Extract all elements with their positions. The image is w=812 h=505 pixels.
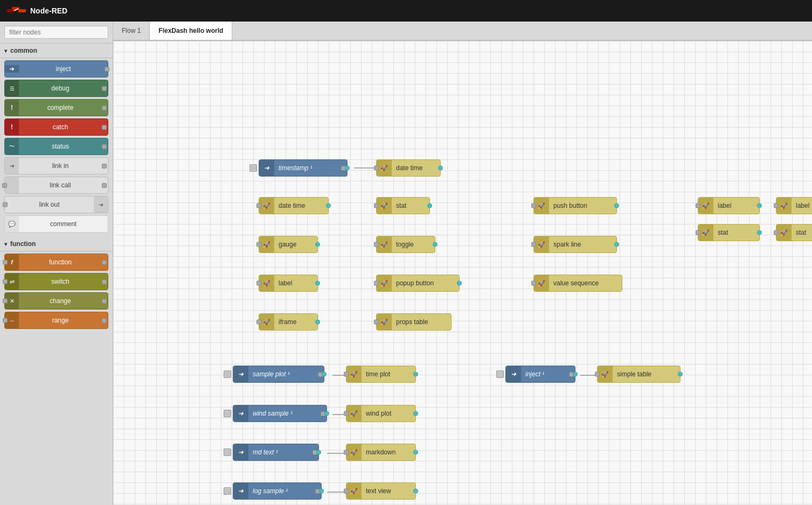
node-popup-button[interactable]: 🚀 popup button: [376, 275, 460, 292]
sidebar-debug-label: debug: [19, 85, 102, 92]
node-props-table[interactable]: 🚀 props table: [376, 313, 452, 331]
node-spark-line-label: spark line: [549, 241, 616, 248]
svg-rect-2: [18, 9, 26, 12]
canvas-connections: [113, 41, 812, 505]
titlebar: Node-RED: [0, 0, 812, 22]
node-time-plot-label: time plot: [362, 370, 415, 378]
node-label2-label: label: [792, 202, 812, 209]
node-stat3-label: stat: [792, 229, 812, 236]
sidebar-item-status[interactable]: 〜 status: [4, 138, 108, 155]
sidebar-function-label: function: [19, 258, 102, 266]
node-stat2-label: stat: [713, 229, 759, 236]
canvas[interactable]: ➜ timestamp ¹ 🚀 date time 🚀 date: [113, 41, 812, 505]
sidebar-item-comment[interactable]: 💬 comment: [4, 215, 108, 233]
node-gauge[interactable]: 🚀 gauge: [259, 236, 318, 253]
sidebar-complete-label: complete: [19, 104, 102, 111]
node-md-text-label: md text ¹: [248, 448, 313, 456]
category-common[interactable]: ▾ common: [0, 44, 113, 58]
sidebar: ▾ common ➜ inject ☰ de: [0, 22, 113, 505]
node-text-view-label: text view: [362, 487, 415, 495]
node-push-button[interactable]: 🚀 push button: [533, 197, 617, 214]
node-wind-plot-label: wind plot: [362, 410, 415, 417]
sidebar-item-function[interactable]: f function: [4, 254, 108, 271]
chevron-function-icon: ▾: [4, 241, 7, 247]
node-markdown-label: markdown: [362, 448, 415, 456]
nodered-logo-icon: [6, 5, 26, 17]
sidebar-linkout-label: link out: [5, 201, 94, 208]
sidebar-item-range[interactable]: ↔ range: [4, 312, 108, 329]
search-area: [0, 22, 113, 44]
node-spark-line[interactable]: 🚀 spark line: [533, 236, 617, 253]
node-date-time-label: date time: [274, 202, 328, 209]
sidebar-item-complete[interactable]: ! complete: [4, 99, 108, 116]
sidebar-item-link-call[interactable]: link call: [4, 177, 108, 194]
sidebar-item-debug[interactable]: ☰ debug: [4, 80, 108, 97]
node-timestamp[interactable]: ➜ timestamp ¹: [259, 159, 348, 177]
node-props-table-label: props table: [392, 318, 451, 326]
node-flow-label-label: label: [274, 279, 317, 287]
node-date-time-out[interactable]: 🚀 date time: [376, 159, 441, 177]
node-toggle[interactable]: 🚀 toggle: [376, 236, 435, 253]
node-label2[interactable]: 🚀 label: [776, 197, 812, 214]
node-simple-table-label: simple table: [613, 370, 680, 378]
node-push-button-label: push button: [549, 202, 616, 209]
node-markdown[interactable]: 🚀 markdown: [346, 444, 416, 461]
sidebar-linkcall-label: link call: [19, 181, 102, 189]
node-toggle-label: toggle: [392, 241, 435, 248]
app-title: Node-RED: [30, 6, 67, 15]
category-common-label: common: [10, 47, 37, 54]
node-date-time-out-label: date time: [392, 164, 440, 172]
node-stat3[interactable]: 🚀 stat: [776, 224, 812, 241]
node-stat1-label: stat: [392, 202, 429, 209]
node-stat1[interactable]: 🚀 stat: [376, 197, 430, 214]
sidebar-item-link-out[interactable]: link out ➜: [4, 196, 108, 213]
node-value-sequence-label: value sequence: [549, 279, 622, 287]
node-popup-button-label: popup button: [392, 279, 459, 287]
node-label1[interactable]: 🚀 label: [698, 197, 760, 214]
node-iframe[interactable]: 🚀 iframe: [259, 313, 318, 331]
node-log-sample-label: log sample ¹: [248, 487, 315, 495]
sidebar-scroll: ▾ common ➜ inject ☰ de: [0, 44, 113, 500]
node-value-sequence[interactable]: 🚀 value sequence: [533, 275, 622, 292]
app-logo: Node-RED: [6, 5, 67, 17]
node-timestamp-label: timestamp ¹: [274, 164, 341, 172]
node-sample-plot[interactable]: ➜ sample plot ¹: [233, 366, 324, 383]
node-label1-label: label: [713, 202, 759, 209]
node-inject2[interactable]: ➜ inject ¹: [505, 366, 575, 383]
sidebar-linkin-label: link in: [19, 162, 102, 170]
node-wind-plot[interactable]: 🚀 wind plot: [346, 405, 416, 422]
node-inject2-label: inject ¹: [521, 370, 569, 378]
sidebar-inject-label: inject: [19, 65, 108, 73]
tab-flow1[interactable]: Flow 1: [113, 22, 150, 40]
node-wind-sample[interactable]: ➜ wind sample ¹: [233, 405, 327, 422]
sidebar-change-label: change: [19, 297, 102, 305]
sidebar-item-change[interactable]: ✕ change: [4, 292, 108, 310]
sidebar-item-switch[interactable]: ⇌ switch: [4, 273, 108, 290]
sidebar-item-inject[interactable]: ➜ inject: [4, 60, 108, 78]
node-md-text[interactable]: ➜ md text ¹: [233, 444, 319, 461]
node-sample-plot-label: sample plot ¹: [248, 370, 318, 378]
sidebar-comment-label: comment: [19, 220, 108, 228]
sidebar-range-label: range: [19, 317, 102, 324]
node-text-view[interactable]: 🚀 text view: [346, 482, 416, 500]
sidebar-catch-label: catch: [19, 123, 102, 131]
node-iframe-label: iframe: [274, 318, 317, 326]
tab-flexdash[interactable]: FlexDash hello world: [150, 22, 232, 40]
search-input[interactable]: [4, 26, 108, 39]
node-simple-table[interactable]: 🚀 simple table: [597, 366, 681, 383]
node-wind-sample-label: wind sample ¹: [248, 410, 321, 417]
node-stat2[interactable]: 🚀 stat: [698, 224, 760, 241]
chevron-common-icon: ▾: [4, 48, 7, 54]
category-function[interactable]: ▾ function: [0, 237, 113, 251]
sidebar-item-link-in[interactable]: ➜ link in: [4, 157, 108, 174]
tabbar: Flow 1 FlexDash hello world: [113, 22, 812, 41]
node-gauge-label: gauge: [274, 241, 317, 248]
node-log-sample[interactable]: ➜ log sample ¹: [233, 482, 322, 500]
category-function-label: function: [10, 240, 36, 248]
node-date-time[interactable]: 🚀 date time: [259, 197, 329, 214]
node-time-plot[interactable]: 🚀 time plot: [346, 366, 416, 383]
sidebar-switch-label: switch: [19, 278, 102, 285]
sidebar-item-catch[interactable]: ! catch: [4, 118, 108, 136]
node-flow-label[interactable]: 🚀 label: [259, 275, 318, 292]
sidebar-status-label: status: [19, 143, 102, 150]
